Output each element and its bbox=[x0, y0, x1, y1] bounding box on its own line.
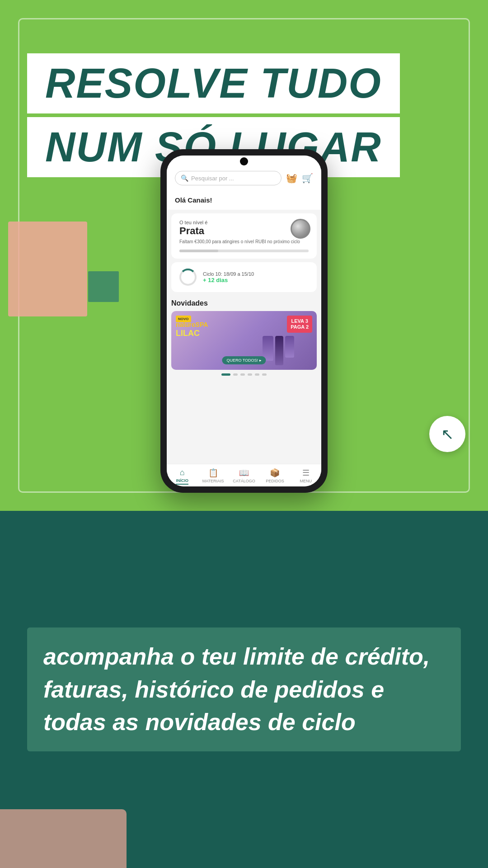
home-icon: ⌂ bbox=[180, 468, 185, 477]
cycle-title: Ciclo 10: 18/09 a 15/10 bbox=[203, 271, 254, 277]
screen-body: Olá Canais! O teu nível é Prata Faltam €… bbox=[167, 190, 321, 464]
headline-line1-text: RESOLVE TUDO bbox=[45, 60, 382, 106]
product-bottle-2 bbox=[275, 336, 283, 365]
click-cursor: ↖ bbox=[429, 416, 465, 452]
nav-materiais-label: MATERIAIS bbox=[202, 479, 224, 483]
bottom-text: acompanha o teu limite de crédito, fatur… bbox=[43, 640, 445, 739]
promo-products bbox=[263, 336, 294, 365]
promo-brand: naturoSPA LILAC bbox=[176, 321, 208, 338]
bottom-text-bg: acompanha o teu limite de crédito, fatur… bbox=[27, 627, 461, 751]
novidades-title: Novidades bbox=[171, 299, 317, 307]
product-bottle-3 bbox=[285, 336, 294, 358]
cycle-card: Ciclo 10: 18/09 a 15/10 + 12 dias bbox=[171, 262, 317, 292]
deco-pink-bottom bbox=[0, 809, 127, 868]
phone-screen: 🔍 Pesquisar por ... 🧺 🛒 Olá Canais! bbox=[167, 156, 321, 486]
search-placeholder: Pesquisar por ... bbox=[191, 175, 234, 182]
promo-deal: LEVA 3PAGA 2 bbox=[287, 316, 312, 333]
dots-container bbox=[171, 373, 317, 376]
deco-teal-rect bbox=[88, 271, 119, 302]
bottom-section: acompanha o teu limite de crédito, fatur… bbox=[0, 511, 488, 868]
dot-6[interactable] bbox=[262, 373, 267, 376]
nav-pedidos[interactable]: 📦 PEDIDOS bbox=[259, 468, 290, 485]
gift-icon[interactable]: 🧺 bbox=[286, 173, 297, 184]
cycle-days: + 12 dias bbox=[203, 277, 254, 283]
deco-pink-rect bbox=[8, 222, 87, 316]
cycle-info: Ciclo 10: 18/09 a 15/10 + 12 dias bbox=[203, 271, 254, 283]
bottom-nav: ⌂ INÍCIO 📋 MATERIAIS 📖 CATÁLOGO 📦 bbox=[167, 464, 321, 486]
nav-materiais[interactable]: 📋 MATERIAIS bbox=[197, 468, 228, 485]
dot-4[interactable] bbox=[248, 373, 252, 376]
level-name: Prata bbox=[179, 225, 309, 237]
headline-line1-box: RESOLVE TUDO bbox=[27, 53, 400, 113]
nav-inicio-label: INÍCIO bbox=[176, 478, 188, 485]
phone-mockup: 🔍 Pesquisar por ... 🧺 🛒 Olá Canais! bbox=[160, 149, 328, 493]
search-icon: 🔍 bbox=[181, 175, 188, 182]
cursor-icon: ↖ bbox=[441, 425, 454, 443]
brand-line2: LILAC bbox=[176, 329, 200, 338]
nav-catalogo[interactable]: 📖 CATÁLOGO bbox=[229, 468, 259, 485]
menu-icon: ☰ bbox=[302, 468, 310, 478]
dot-3[interactable] bbox=[240, 373, 245, 376]
level-card: O teu nível é Prata Faltam €300,00 para … bbox=[171, 213, 317, 259]
nav-pedidos-label: PEDIDOS bbox=[266, 479, 284, 483]
search-box[interactable]: 🔍 Pesquisar por ... bbox=[175, 171, 282, 185]
nav-catalogo-label: CATÁLOGO bbox=[233, 479, 255, 483]
level-desc: Faltam €300,00 para atingires o nível RU… bbox=[179, 239, 309, 245]
promo-button[interactable]: QUERO TODOS! ▸ bbox=[222, 356, 266, 364]
phone-outer: 🔍 Pesquisar por ... 🧺 🛒 Olá Canais! bbox=[160, 149, 328, 493]
dot-5[interactable] bbox=[255, 373, 259, 376]
phone-camera bbox=[240, 157, 248, 165]
novidades-section: Novidades NOVO naturoSPA LILAC LEVA 3PAG… bbox=[167, 296, 321, 377]
page: RESOLVE TUDO NUM SÓ LUGAR 🔍 Pesquisa bbox=[0, 0, 488, 868]
cycle-icon bbox=[179, 269, 197, 286]
nav-menu[interactable]: ☰ MENU bbox=[291, 468, 321, 485]
progress-bar bbox=[179, 250, 309, 252]
greeting-text: Olá Canais! bbox=[175, 196, 212, 204]
dot-1[interactable] bbox=[221, 373, 230, 376]
materials-icon: 📋 bbox=[208, 468, 218, 478]
promo-banner[interactable]: NOVO naturoSPA LILAC LEVA 3PAGA 2 bbox=[171, 311, 317, 370]
level-label: O teu nível é bbox=[179, 220, 309, 225]
progress-fill bbox=[179, 250, 218, 252]
catalog-icon: 📖 bbox=[239, 468, 249, 478]
level-badge bbox=[291, 219, 310, 239]
greeting-section: Olá Canais! bbox=[167, 190, 321, 210]
dot-2[interactable] bbox=[233, 373, 238, 376]
nav-inicio[interactable]: ⌂ INÍCIO bbox=[167, 468, 197, 485]
cart-icon[interactable]: 🛒 bbox=[302, 173, 313, 184]
nav-menu-label: MENU bbox=[300, 479, 312, 483]
top-section: RESOLVE TUDO NUM SÓ LUGAR 🔍 Pesquisa bbox=[0, 0, 488, 511]
orders-icon: 📦 bbox=[270, 468, 280, 478]
brand-line1: naturoSPA bbox=[176, 321, 208, 328]
